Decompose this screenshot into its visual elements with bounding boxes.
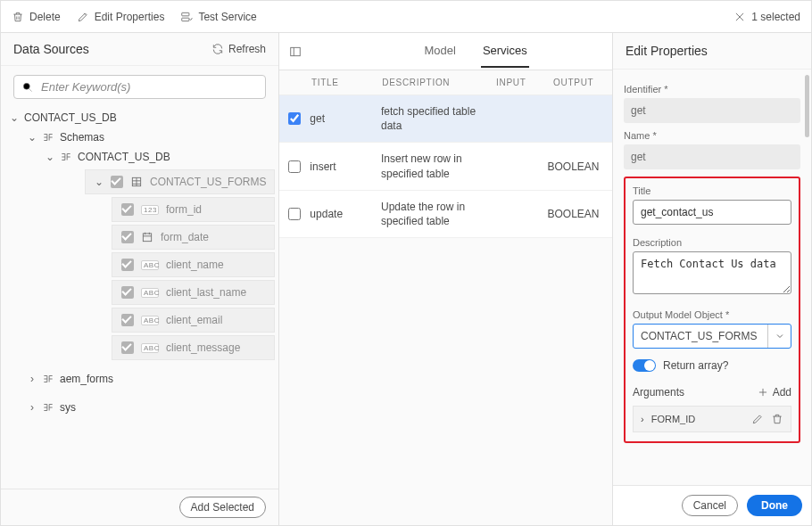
tree-node-column[interactable]: ABC client_last_name (112, 280, 275, 305)
trash-icon (12, 11, 24, 23)
search-icon (21, 81, 34, 94)
top-action-bar: Delete Edit Properties Test Service 1 se… (1, 1, 811, 33)
svg-rect-5 (291, 47, 301, 55)
services-panel: Model Services TITLE DESCRIPTION INPUT O… (279, 33, 613, 525)
chevron-right-icon: › (28, 401, 37, 414)
identifier-label: Identifier * (624, 84, 800, 95)
output-model-label: Output Model Object * (633, 309, 791, 320)
row-output: BOOLEAN (540, 208, 607, 220)
checkbox-checked-icon[interactable] (111, 176, 123, 188)
checkbox-checked-icon[interactable] (121, 231, 134, 243)
th-input: INPUT (482, 78, 540, 87)
tab-model[interactable]: Model (422, 35, 457, 68)
chevron-down-icon: ⌄ (95, 176, 104, 188)
description-textarea[interactable] (633, 251, 791, 294)
pencil-icon[interactable] (751, 413, 764, 425)
tree-node-column[interactable]: ABC client_message (112, 335, 275, 360)
checkbox-checked-icon[interactable] (121, 203, 134, 216)
column-label: form_id (166, 203, 202, 216)
svg-rect-4 (143, 234, 151, 242)
tree-node-schemas[interactable]: ⌄ Schemas (22, 127, 275, 147)
title-input[interactable] (633, 200, 791, 225)
table-label: CONTACT_US_FORMS (150, 176, 266, 188)
service-row[interactable]: insert Insert new row in specified table… (279, 143, 612, 190)
svg-rect-0 (182, 12, 189, 16)
identifier-field: get (624, 98, 800, 123)
th-description: DESCRIPTION (382, 78, 482, 87)
row-checkbox[interactable] (288, 112, 301, 125)
checkbox-checked-icon[interactable] (121, 341, 134, 354)
search-input[interactable]: Enter Keyword(s) (13, 75, 266, 99)
tree-node-column[interactable]: form_date (112, 225, 275, 250)
th-output: OUTPUT (540, 78, 607, 87)
trash-icon[interactable] (771, 413, 783, 425)
tab-services[interactable]: Services (481, 35, 529, 68)
tree-node-schema-db[interactable]: ⌄ CONTACT_US_DB (40, 147, 275, 167)
svg-point-2 (23, 83, 29, 89)
center-tabs: Model Services (279, 33, 612, 70)
column-label: client_name (166, 259, 224, 271)
add-label: Add (773, 386, 791, 399)
tree-node-column[interactable]: ABC client_name (112, 252, 275, 277)
close-icon[interactable] (733, 11, 746, 23)
schema-icon (42, 401, 54, 414)
delete-label: Delete (29, 11, 61, 23)
tree-node-table[interactable]: ⌄ CONTACT_US_FORMS (85, 169, 275, 194)
row-checkbox[interactable] (288, 160, 301, 173)
scrollbar[interactable] (805, 75, 809, 137)
type-tag: ABC (141, 316, 159, 325)
cancel-button[interactable]: Cancel (682, 495, 738, 516)
sidebar-header: Data Sources Refresh (1, 33, 278, 66)
pencil-icon (77, 11, 89, 23)
edit-properties-label: Edit Properties (95, 11, 165, 23)
checkbox-checked-icon[interactable] (121, 259, 134, 271)
add-selected-button[interactable]: Add Selected (179, 497, 266, 518)
tree-node-db[interactable]: ⌄ CONTACT_US_DB (4, 108, 275, 127)
table-icon (130, 176, 143, 188)
return-array-toggle[interactable] (633, 359, 656, 372)
row-description: fetch specified table data (381, 104, 481, 133)
column-label: form_date (161, 231, 209, 243)
output-model-select[interactable]: CONTACT_US_FORMS (633, 324, 791, 349)
add-selected-bar: Add Selected (1, 489, 278, 525)
edit-properties-action[interactable]: Edit Properties (77, 11, 165, 23)
schema-icon (42, 373, 54, 385)
checkbox-checked-icon[interactable] (121, 314, 134, 326)
th-title: TITLE (311, 78, 382, 87)
tree-node-column[interactable]: 123 form_id (112, 197, 275, 222)
refresh-button[interactable]: Refresh (211, 43, 266, 55)
name-field: get (624, 144, 800, 169)
row-checkbox[interactable] (288, 208, 301, 220)
column-label: client_last_name (166, 286, 246, 299)
argument-name: FORM_ID (651, 414, 744, 424)
row-description: Update the row in specified table (381, 200, 481, 228)
done-button[interactable]: Done (747, 495, 802, 516)
type-tag: 123 (141, 205, 159, 215)
test-service-label: Test Service (198, 11, 256, 23)
extra-label: aem_forms (60, 373, 113, 385)
refresh-label: Refresh (228, 43, 266, 55)
tree-node-extra[interactable]: › aem_forms (22, 369, 275, 389)
schemas-label: Schemas (60, 131, 104, 144)
server-check-icon (180, 11, 193, 23)
plus-icon (757, 386, 769, 399)
sidebar-title: Data Sources (13, 42, 89, 56)
calendar-icon (141, 231, 153, 243)
selection-indicator[interactable]: 1 selected (733, 11, 800, 23)
tree-node-extra[interactable]: › sys (22, 398, 275, 417)
tree-node-column[interactable]: ABC client_email (112, 308, 275, 333)
add-argument-button[interactable]: Add (757, 386, 791, 399)
extra-label: sys (60, 401, 76, 414)
row-title: update (310, 208, 381, 220)
checkbox-checked-icon[interactable] (121, 286, 134, 299)
chevron-down-icon[interactable] (767, 325, 791, 348)
argument-row[interactable]: › FORM_ID (633, 406, 791, 432)
highlighted-edit-zone: Title Description Output Model Object * … (624, 177, 800, 443)
rail-toggle-icon[interactable] (288, 45, 302, 58)
test-service-action[interactable]: Test Service (180, 11, 256, 23)
service-row[interactable]: update Update the row in specified table… (279, 191, 612, 238)
title-label: Title (633, 185, 791, 196)
delete-action[interactable]: Delete (12, 11, 61, 23)
return-array-label: Return array? (663, 359, 728, 372)
service-row[interactable]: get fetch specified table data (279, 95, 612, 143)
